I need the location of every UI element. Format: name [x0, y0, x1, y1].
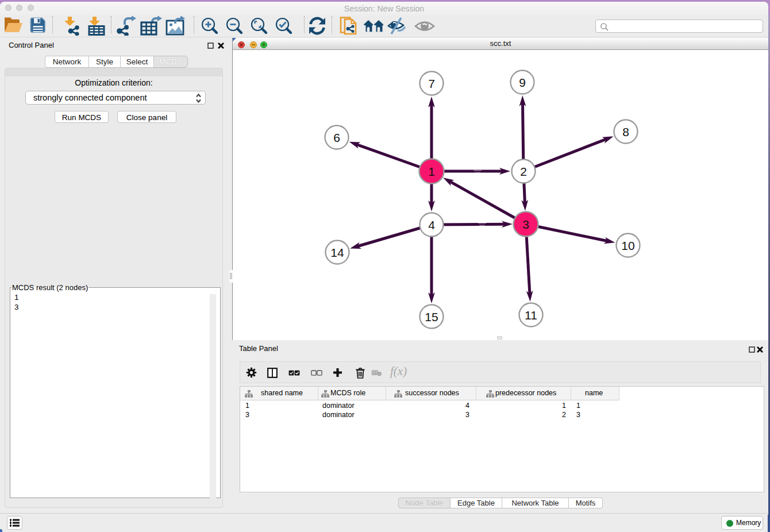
svg-text:15: 15 [425, 310, 438, 323]
svg-text:8: 8 [622, 125, 629, 138]
svg-text:2: 2 [520, 165, 527, 178]
svg-text:1: 1 [428, 165, 435, 178]
svg-text:9: 9 [519, 76, 526, 89]
svg-text:3: 3 [522, 218, 529, 231]
svg-text:4: 4 [428, 218, 435, 232]
svg-text:6: 6 [333, 131, 340, 144]
svg-text:10: 10 [621, 239, 634, 252]
svg-text:11: 11 [525, 309, 537, 322]
svg-text:14: 14 [330, 246, 344, 259]
svg-text:7: 7 [428, 77, 435, 90]
